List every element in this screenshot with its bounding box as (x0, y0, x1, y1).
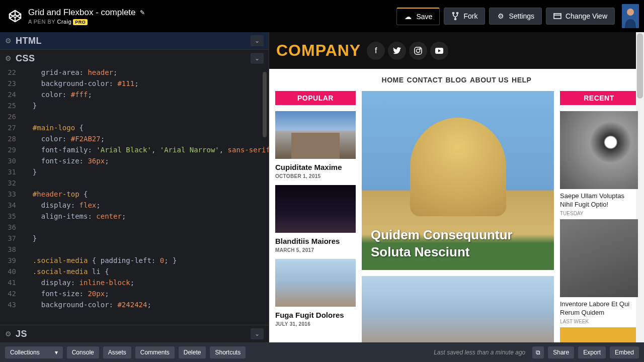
codepen-logo-icon[interactable] (8, 9, 22, 23)
css-editor[interactable]: 2223242526272829303132333435363738394041… (0, 67, 269, 325)
assets-button[interactable]: Assets (103, 346, 131, 358)
card-image (275, 111, 356, 159)
recent-title: Inventore Labore Et Qui Rerum Quidem (560, 300, 638, 317)
save-button[interactable]: ☁Save (396, 8, 440, 25)
save-status: Last saved less than a minute ago (434, 349, 525, 356)
chevron-down-icon[interactable]: ⌄ (251, 35, 264, 46)
popout-icon[interactable]: ⧉ (532, 346, 544, 358)
pro-badge: PRO (73, 19, 88, 25)
popular-card[interactable]: Cupiditate MaximeOCTOBER 1, 2015 (275, 111, 356, 179)
save-label: Save (416, 13, 432, 21)
comments-button[interactable]: Comments (135, 346, 175, 358)
js-panel-title: JS (16, 329, 27, 339)
fork-label: Fork (463, 12, 477, 20)
nav-item[interactable]: ABOUT US (470, 76, 509, 84)
twitter-icon[interactable] (388, 42, 406, 60)
card-date: MARCH 5, 2017 (275, 247, 356, 253)
html-panel-header[interactable]: ⚙HTML ⌄ (0, 32, 269, 49)
recent-card[interactable]: Inventore Labore Et Qui Rerum QuidemLAST… (560, 219, 638, 324)
facebook-icon[interactable]: f (367, 42, 385, 60)
share-button[interactable]: Share (548, 346, 574, 358)
recent-image (560, 327, 638, 342)
fork-icon (451, 12, 459, 20)
fork-button[interactable]: Fork (444, 8, 485, 25)
preview-header: COMPANY f (269, 32, 644, 69)
author-link[interactable]: Craig (57, 19, 72, 25)
js-panel-header[interactable]: ⚙JS ⌄ (0, 325, 269, 342)
console-button[interactable]: Console (67, 346, 99, 358)
hero-title: Quidem Consequuntur Soluta Nesciunt (362, 218, 554, 270)
caret-down-icon: ▾ (55, 349, 58, 356)
svg-rect-3 (554, 14, 561, 19)
gear-icon[interactable]: ⚙ (5, 54, 12, 62)
editor-column: ⚙HTML ⌄ ⚙CSS ⌄ 2223242526272829303132333… (0, 32, 269, 342)
svg-point-0 (453, 13, 454, 14)
byline-prefix: A PEN BY (28, 19, 55, 25)
preview-nav: HOMECONTACTBLOGABOUT USHELP (269, 69, 644, 91)
youtube-icon[interactable] (430, 42, 448, 60)
settings-button[interactable]: ⚙Settings (489, 8, 542, 25)
card-title: Blanditiis Maiores (275, 237, 356, 245)
popular-card[interactable]: Fuga Fugit DoloresJULY 31, 2016 (275, 259, 356, 327)
css-panel-header[interactable]: ⚙CSS ⌄ (0, 49, 269, 67)
main-area: ⚙HTML ⌄ ⚙CSS ⌄ 2223242526272829303132333… (0, 32, 644, 342)
card-image (275, 185, 356, 233)
svg-point-2 (455, 19, 456, 20)
cloud-icon: ☁ (404, 13, 412, 21)
pen-title[interactable]: Grid and Flexbox - complete (28, 8, 136, 18)
avatar[interactable] (622, 4, 639, 28)
recent-title: Saepe Ullam Voluptas Nihil Fugit Optio! (560, 192, 638, 209)
popular-heading: POPULAR (275, 91, 356, 105)
popular-card[interactable]: Blanditiis MaioresMARCH 5, 2017 (275, 185, 356, 253)
settings-label: Settings (509, 12, 534, 20)
recent-heading: RECENT (560, 91, 638, 105)
nav-item[interactable]: HOME (382, 76, 404, 84)
svg-point-6 (627, 9, 634, 16)
change-view-button[interactable]: Change View (546, 8, 615, 25)
nav-item[interactable]: CONTACT (407, 76, 443, 84)
nav-item[interactable]: HELP (512, 76, 531, 84)
recent-card[interactable] (560, 327, 638, 342)
chevron-down-icon[interactable]: ⌄ (251, 53, 264, 64)
nav-item[interactable]: BLOG (445, 76, 466, 84)
pen-byline: A PEN BY CraigPRO (28, 19, 145, 25)
recent-card[interactable]: Saepe Ullam Voluptas Nihil Fugit Optio!T… (560, 111, 638, 216)
card-title: Fuga Fugit Dolores (275, 311, 356, 319)
svg-point-8 (417, 49, 420, 52)
main-content: Quidem Consequuntur Soluta Nesciunt (362, 91, 554, 342)
css-panel-title: CSS (16, 53, 35, 64)
chevron-down-icon[interactable]: ⌄ (251, 328, 264, 339)
recent-image (560, 219, 638, 297)
secondary-article[interactable] (362, 276, 554, 342)
recent-image (560, 111, 638, 189)
footer-bar: Collections▾ Console Assets Comments Del… (0, 342, 644, 362)
html-panel-title: HTML (16, 36, 42, 46)
edit-icon[interactable]: ✎ (140, 9, 145, 16)
recent-date: TUESDAY (560, 211, 638, 216)
svg-point-1 (457, 13, 458, 14)
hero-article[interactable]: Quidem Consequuntur Soluta Nesciunt (362, 91, 554, 270)
card-date: JULY 31, 2016 (275, 321, 356, 327)
embed-button[interactable]: Embed (610, 346, 639, 358)
gear-icon[interactable]: ⚙ (5, 37, 12, 45)
delete-button[interactable]: Delete (179, 346, 206, 358)
card-date: OCTOBER 1, 2015 (275, 173, 356, 179)
recent-date: LAST WEEK (560, 319, 638, 324)
preview-pane: COMPANY f HOMECONTACTBLOGABOUT USHELP PO… (269, 32, 644, 342)
popular-sidebar: POPULAR Cupiditate MaximeOCTOBER 1, 2015… (275, 91, 356, 342)
scrollbar-thumb[interactable] (637, 33, 643, 99)
instagram-icon[interactable] (409, 42, 427, 60)
change-view-label: Change View (566, 12, 607, 20)
card-image (275, 259, 356, 307)
layout-icon (553, 12, 561, 20)
export-button[interactable]: Export (578, 346, 606, 358)
top-header: Grid and Flexbox - complete ✎ A PEN BY C… (0, 0, 644, 32)
collections-dropdown[interactable]: Collections▾ (5, 346, 63, 358)
recent-sidebar: RECENT Saepe Ullam Voluptas Nihil Fugit … (560, 91, 638, 342)
card-title: Cupiditate Maxime (275, 163, 356, 171)
company-logo: COMPANY (276, 41, 361, 60)
gear-icon[interactable]: ⚙ (5, 330, 12, 338)
svg-point-9 (420, 48, 421, 49)
collections-label: Collections (10, 349, 40, 356)
shortcuts-button[interactable]: Shortcuts (210, 346, 246, 358)
